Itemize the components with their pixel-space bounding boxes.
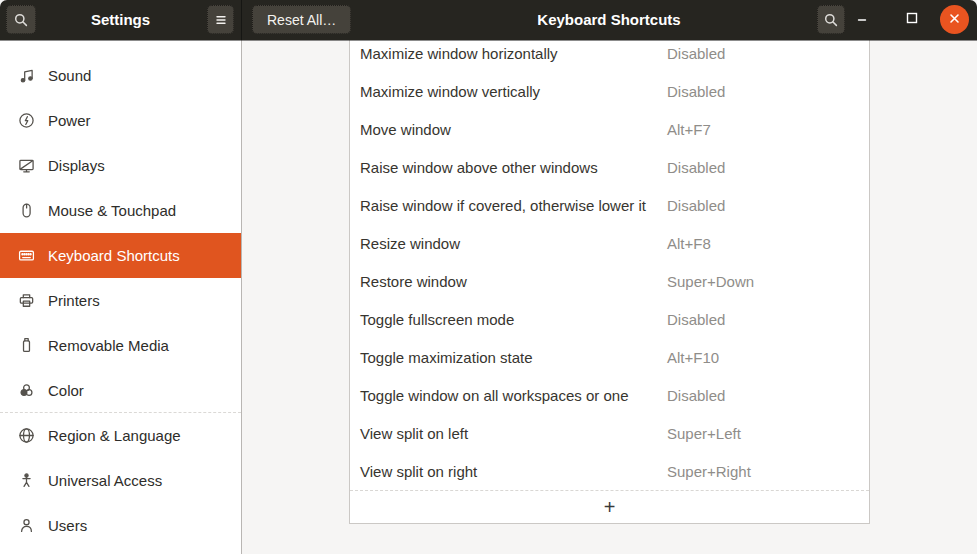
shortcut-row[interactable]: Move window Alt+F7 xyxy=(350,110,869,148)
printer-icon xyxy=(17,292,35,310)
shortcut-binding: Disabled xyxy=(667,159,725,176)
app-title: Settings xyxy=(0,0,241,40)
shortcut-row[interactable]: Toggle fullscreen mode Disabled xyxy=(350,300,869,338)
sidebar-search-button[interactable] xyxy=(6,5,36,34)
sidebar-item-displays[interactable]: Displays xyxy=(0,143,241,188)
shortcut-name: Resize window xyxy=(360,235,667,252)
shortcuts-content: Maximize window horizontally Disabled Ma… xyxy=(242,40,977,554)
search-icon xyxy=(823,12,839,28)
shortcut-binding: Super+Right xyxy=(667,463,751,480)
shortcut-name: Raise window if covered, otherwise lower… xyxy=(360,197,667,214)
universal-access-icon xyxy=(17,472,35,490)
shortcut-row[interactable]: Restore window Super+Down xyxy=(350,262,869,300)
shortcuts-list: Maximize window horizontally Disabled Ma… xyxy=(349,40,870,524)
shortcut-row[interactable]: Maximize window vertically Disabled xyxy=(350,72,869,110)
settings-sidebar: Sound Power Displays Mouse & Touchpad Ke… xyxy=(0,40,242,554)
sidebar-item-printers[interactable]: Printers xyxy=(0,278,241,323)
shortcut-row[interactable]: Raise window if covered, otherwise lower… xyxy=(350,186,869,224)
menu-icon xyxy=(214,13,228,27)
shortcut-binding: Disabled xyxy=(667,387,725,404)
mouse-icon xyxy=(17,202,35,220)
sidebar-item-sound[interactable]: Sound xyxy=(0,53,241,98)
shortcut-binding: Alt+F10 xyxy=(667,349,719,366)
sidebar-item-power[interactable]: Power xyxy=(0,98,241,143)
sidebar-item-universal-access[interactable]: Universal Access xyxy=(0,458,241,503)
shortcut-name: Restore window xyxy=(360,273,667,290)
minimize-icon xyxy=(855,11,869,29)
shortcut-binding: Alt+F7 xyxy=(667,121,711,138)
sidebar-item-removable-media[interactable]: Removable Media xyxy=(0,323,241,368)
shortcut-row[interactable]: Raise window above other windows Disable… xyxy=(350,148,869,186)
power-icon xyxy=(17,112,35,130)
header-divider xyxy=(241,0,242,40)
shortcut-binding: Disabled xyxy=(667,311,725,328)
sidebar-item-users[interactable]: Users xyxy=(0,503,241,548)
globe-icon xyxy=(17,427,35,445)
shortcut-name: Maximize window vertically xyxy=(360,83,667,100)
shortcut-binding: Disabled xyxy=(667,83,725,100)
shortcut-name: Toggle fullscreen mode xyxy=(360,311,667,328)
maximize-button[interactable] xyxy=(899,0,925,40)
sidebar-item-mouse-touchpad[interactable]: Mouse & Touchpad xyxy=(0,188,241,233)
displays-icon xyxy=(17,157,35,175)
maximize-icon xyxy=(905,11,919,29)
shortcuts-search-button[interactable] xyxy=(817,5,845,34)
keyboard-icon xyxy=(17,247,35,265)
minimize-button[interactable] xyxy=(849,0,875,40)
shortcut-name: View split on left xyxy=(360,425,667,442)
header-bar: Settings Reset All… Keyboard Shortcuts xyxy=(0,0,977,40)
shortcut-name: Maximize window horizontally xyxy=(360,45,667,62)
shortcut-name: Move window xyxy=(360,121,667,138)
shortcut-binding: Disabled xyxy=(667,45,725,62)
shortcut-row[interactable]: View split on left Super+Left xyxy=(350,414,869,452)
shortcut-row[interactable]: View split on right Super+Right xyxy=(350,452,869,490)
shortcut-binding: Disabled xyxy=(667,197,725,214)
sound-icon xyxy=(17,67,35,85)
add-shortcut-button[interactable]: + xyxy=(350,490,869,523)
shortcut-binding: Alt+F8 xyxy=(667,235,711,252)
search-icon xyxy=(13,12,29,28)
shortcut-binding: Super+Left xyxy=(667,425,741,442)
shortcut-name: View split on right xyxy=(360,463,667,480)
close-button[interactable] xyxy=(940,5,969,34)
shortcut-row[interactable]: Resize window Alt+F8 xyxy=(350,224,869,262)
menu-button[interactable] xyxy=(207,5,234,34)
sidebar-item-keyboard-shortcuts[interactable]: Keyboard Shortcuts xyxy=(0,233,241,278)
color-icon xyxy=(17,382,35,400)
shortcut-name: Raise window above other windows xyxy=(360,159,667,176)
shortcut-name: Toggle window on all workspaces or one xyxy=(360,387,667,404)
removable-media-icon xyxy=(17,337,35,355)
reset-all-button[interactable]: Reset All… xyxy=(252,5,351,34)
shortcut-row[interactable]: Toggle window on all workspaces or one D… xyxy=(350,376,869,414)
sidebar-item-color[interactable]: Color xyxy=(0,368,241,413)
shortcut-name: Toggle maximization state xyxy=(360,349,667,366)
user-icon xyxy=(17,517,35,535)
close-icon xyxy=(948,11,961,29)
shortcut-row[interactable]: Toggle maximization state Alt+F10 xyxy=(350,338,869,376)
shortcut-binding: Super+Down xyxy=(667,273,754,290)
sidebar-item-region-language[interactable]: Region & Language xyxy=(0,412,241,458)
shortcut-row[interactable]: Maximize window horizontally Disabled xyxy=(350,40,869,72)
